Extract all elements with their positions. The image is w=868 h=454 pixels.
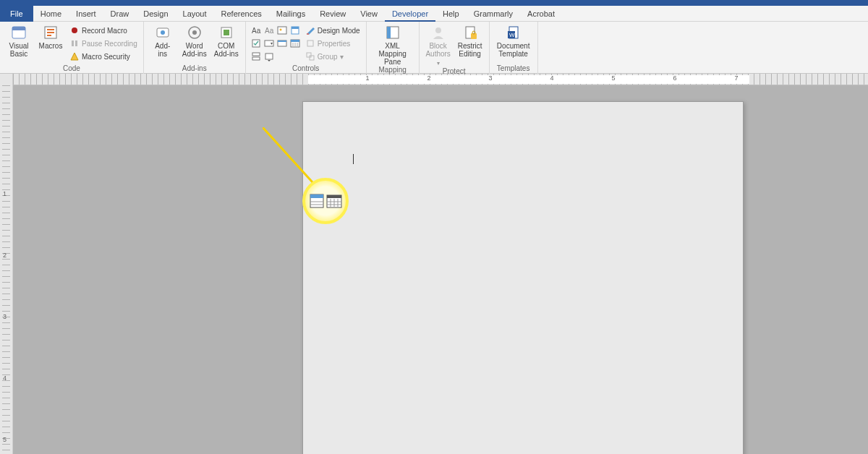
com-addins-icon — [218, 25, 234, 40]
checkbox-control-icon[interactable] — [250, 38, 262, 49]
group-label-code: Code — [4, 64, 139, 74]
block-authors-icon — [430, 25, 446, 40]
svg-rect-42 — [387, 27, 391, 38]
dropdown-control-icon-zoom — [310, 193, 324, 209]
svg-rect-33 — [252, 57, 260, 60]
svg-rect-39 — [307, 53, 311, 57]
vruler-mark: 1 — [3, 190, 7, 197]
tab-developer[interactable]: Developer — [385, 6, 435, 22]
tab-file[interactable]: File — [0, 6, 33, 22]
ruler-mark: 7 — [734, 74, 738, 82]
building-block-control-icon[interactable] — [289, 25, 301, 36]
svg-text:Aa: Aa — [265, 27, 274, 35]
tab-design[interactable]: Design — [136, 6, 175, 22]
tab-draw[interactable]: Draw — [103, 6, 137, 22]
group-protect: Block Authors ▾ Restrict Editing Protect — [420, 22, 490, 74]
document-template-button[interactable]: W Document Template — [494, 23, 533, 58]
svg-rect-1 — [12, 27, 25, 30]
record-macro-button[interactable]: Record Macro — [68, 25, 139, 36]
dropdown-control-icon[interactable] — [276, 38, 288, 49]
group-addins: Add- ins Word Add-ins COM Add-ins Add-in… — [144, 22, 246, 74]
svg-text:W: W — [509, 32, 515, 38]
vruler-mark: 4 — [3, 374, 7, 382]
ruler-track: 1 2 3 4 5 6 7 — [13, 74, 868, 85]
record-icon — [69, 25, 80, 35]
ruler-mark: 5 — [611, 74, 615, 82]
group-label-addins: Add-ins — [148, 64, 241, 74]
empty-control-icon — [276, 51, 288, 62]
svg-rect-18 — [278, 27, 286, 34]
group-mapping: XML Mapping Pane Mapping — [367, 22, 420, 74]
svg-rect-52 — [310, 194, 323, 198]
visual-basic-button[interactable]: Visual Basic — [4, 23, 33, 58]
svg-point-19 — [279, 29, 281, 31]
group-controls: Aa Aa Design Mode P — [246, 22, 367, 74]
chevron-down-icon: ▾ — [437, 59, 440, 67]
svg-rect-37 — [307, 33, 309, 35]
com-addins-button[interactable]: COM Add-ins — [212, 23, 241, 58]
group-icon — [305, 51, 315, 61]
group-label-controls: Controls — [250, 64, 362, 74]
svg-rect-56 — [327, 195, 341, 198]
tab-acrobat[interactable]: Acrobat — [520, 6, 562, 22]
page[interactable] — [302, 101, 744, 454]
macros-button[interactable]: Macros — [36, 23, 65, 50]
tab-view[interactable]: View — [353, 6, 385, 22]
horizontal-ruler[interactable]: 1 2 3 4 5 6 7 — [0, 74, 868, 85]
svg-rect-40 — [310, 56, 314, 60]
properties-icon — [305, 38, 315, 48]
macro-security-button[interactable]: Macro Security — [68, 51, 139, 62]
document-template-icon: W — [506, 25, 522, 40]
visual-basic-icon — [11, 25, 27, 40]
ribbon: Visual Basic Macros Record Macro Pause R… — [0, 22, 868, 74]
svg-rect-3 — [47, 29, 54, 30]
callout-highlight — [302, 178, 349, 224]
svg-rect-34 — [265, 53, 273, 59]
tab-review[interactable]: Review — [312, 6, 353, 22]
vruler-mark: 2 — [3, 252, 7, 259]
svg-rect-7 — [72, 40, 74, 46]
empty-control-icon-2 — [289, 51, 301, 62]
tab-references[interactable]: References — [214, 6, 269, 22]
design-mode-button[interactable]: Design Mode — [304, 25, 362, 36]
svg-rect-8 — [75, 40, 77, 46]
svg-rect-21 — [292, 27, 299, 29]
word-addins-button[interactable]: Word Add-ins — [180, 23, 209, 58]
svg-rect-26 — [278, 40, 286, 42]
group-label-templates: Templates — [494, 64, 533, 74]
pause-recording-button: Pause Recording — [68, 38, 139, 49]
group-button: Group ▾ — [304, 51, 362, 62]
ruler-mark: 2 — [427, 74, 430, 82]
xml-mapping-icon — [385, 25, 401, 40]
tab-help[interactable]: Help — [435, 6, 467, 22]
repeating-section-control-icon[interactable] — [250, 51, 262, 62]
tab-layout[interactable]: Layout — [176, 6, 214, 22]
rich-text-control-icon[interactable]: Aa — [250, 25, 262, 36]
vertical-ruler[interactable]: 1 2 3 4 5 — [0, 85, 13, 454]
restrict-editing-button[interactable]: Restrict Editing — [456, 23, 485, 58]
addins-button[interactable]: Add- ins — [148, 23, 177, 58]
warning-icon — [69, 51, 80, 61]
xml-mapping-pane-button[interactable]: XML Mapping Pane — [371, 23, 414, 66]
plain-text-control-icon[interactable]: Aa — [263, 25, 275, 36]
picture-control-icon[interactable] — [276, 25, 288, 36]
ruler-mark: 1 — [365, 74, 369, 82]
ruler-mark: 3 — [488, 74, 492, 82]
svg-rect-28 — [291, 40, 299, 42]
chevron-down-icon: ▾ — [340, 53, 344, 61]
date-picker-control-icon-zoom — [326, 193, 342, 209]
date-picker-control-icon[interactable] — [289, 38, 301, 49]
ruler-mark: 4 — [550, 74, 553, 82]
document-canvas[interactable] — [13, 85, 868, 454]
properties-button: Properties — [304, 38, 362, 49]
group-templates: W Document Template Templates — [490, 22, 538, 74]
tab-mailings[interactable]: Mailings — [269, 6, 312, 22]
pause-icon — [69, 38, 80, 48]
tab-home[interactable]: Home — [33, 6, 69, 22]
ruler-mark: 6 — [673, 74, 676, 82]
tab-grammarly[interactable]: Grammarly — [467, 6, 520, 22]
combobox-control-icon[interactable] — [263, 38, 275, 49]
legacy-tools-icon[interactable] — [263, 51, 275, 62]
tab-insert[interactable]: Insert — [69, 6, 103, 22]
word-addins-icon — [187, 25, 203, 40]
